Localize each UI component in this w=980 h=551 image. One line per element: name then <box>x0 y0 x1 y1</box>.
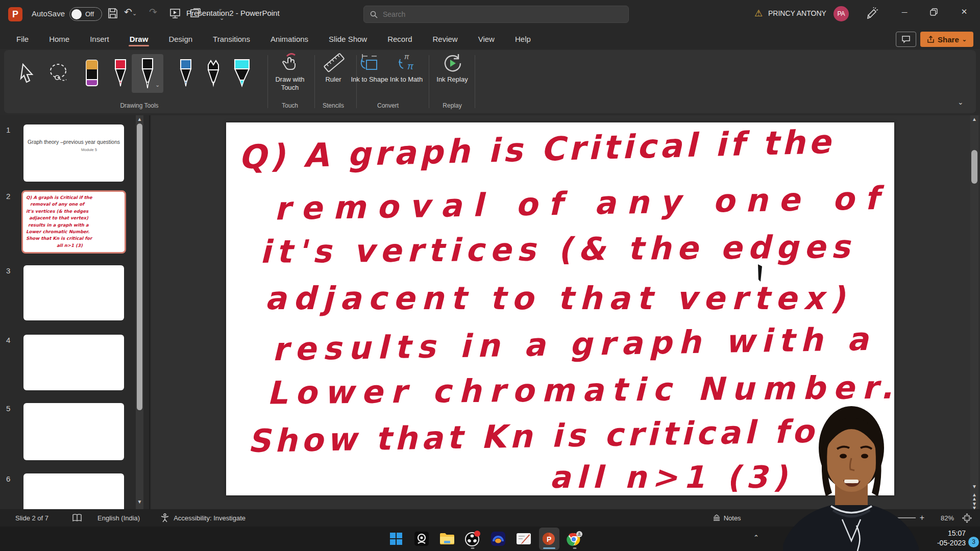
camera-app-icon[interactable] <box>411 528 432 550</box>
slide-thumbnail-3[interactable] <box>23 265 124 320</box>
search-box[interactable] <box>363 6 629 23</box>
notification-badge[interactable]: 3 <box>968 537 979 547</box>
language-label[interactable]: English (India) <box>97 514 140 522</box>
fit-slide-icon[interactable] <box>962 513 972 523</box>
tab-view[interactable]: View <box>477 31 496 47</box>
chrome-icon[interactable] <box>565 528 585 550</box>
tab-file[interactable]: File <box>15 31 30 47</box>
search-input[interactable] <box>383 10 607 18</box>
slide-thumbnail-6[interactable] <box>23 473 124 509</box>
powerpoint-app-icon[interactable]: P <box>8 7 22 21</box>
blue-pen-tool[interactable] <box>173 54 199 93</box>
redo-button[interactable]: ↷ <box>149 6 157 18</box>
slide-thumbnail-1[interactable]: Graph theory –previous year questions Mo… <box>23 124 124 182</box>
megaphone-icon[interactable] <box>866 7 879 20</box>
slide-thumbnail-2-selected[interactable]: Q) A graph is Critical if the removal of… <box>21 190 126 254</box>
spellcheck-book-icon[interactable] <box>72 514 82 522</box>
obs-studio-icon[interactable] <box>462 528 483 550</box>
tab-draw[interactable]: Draw <box>129 31 150 47</box>
slide-editing-surface[interactable]: Q) A graph is Critical if the removal of… <box>226 122 894 495</box>
zoom-slider[interactable] <box>869 514 916 521</box>
zoom-in-button[interactable]: + <box>920 513 924 522</box>
search-icon <box>370 11 378 18</box>
file-explorer-icon[interactable] <box>437 528 457 550</box>
ruler-icon <box>322 53 345 73</box>
previous-slide-button[interactable]: ▲▲ <box>970 493 978 501</box>
zoom-level[interactable]: 82% <box>941 514 954 522</box>
ink-line: removal of any one of <box>274 179 889 227</box>
comments-button[interactable] <box>896 32 916 47</box>
avatar[interactable]: PA <box>834 6 849 21</box>
ink-to-math-label: Ink to Math <box>390 76 423 84</box>
ink-to-math-button[interactable]: ππ Ink to Math <box>386 53 427 84</box>
autosave-state: Off <box>85 10 94 18</box>
eraser-tool[interactable] <box>79 54 105 93</box>
tab-help[interactable]: Help <box>514 31 532 47</box>
user-name: PRINCY ANTONY <box>768 9 826 17</box>
ink-to-shape-button[interactable]: Ink to Shape <box>349 53 390 84</box>
close-button[interactable]: ✕ <box>952 0 976 23</box>
taskbar-icons: P <box>386 527 585 551</box>
whiteboard-app-icon[interactable] <box>513 528 534 550</box>
tab-slideshow[interactable]: Slide Show <box>328 31 368 47</box>
statusbar-right: Notes + 82% <box>713 513 980 523</box>
scroll-down-icon[interactable]: ▼ <box>970 484 978 490</box>
notes-button[interactable]: Notes <box>713 514 741 522</box>
start-slideshow-icon[interactable] <box>169 8 181 19</box>
powerpoint-window: P AutoSave Off ↶⌄ ↷ ⌄ ‾⌄ Presentation2 -… <box>0 0 980 551</box>
slide-thumbnail-5[interactable] <box>23 403 124 460</box>
restore-button[interactable] <box>922 0 945 23</box>
start-button[interactable] <box>386 528 406 550</box>
tray-expand-icon[interactable]: ⌃ <box>753 534 759 541</box>
tab-animations[interactable]: Animations <box>270 31 309 47</box>
main-scrollbar[interactable]: ▲ ▼ ▲▲ ▼▼ <box>970 115 978 509</box>
minimize-button[interactable]: ─ <box>893 0 916 23</box>
scroll-up-icon[interactable]: ▲ <box>970 116 978 122</box>
slide-number: 1 <box>6 126 10 134</box>
ink-line: all n>1 (3) <box>550 459 793 495</box>
menu-bar: File Home Insert Draw Design Transitions… <box>0 29 980 49</box>
slide-number: 5 <box>6 404 10 413</box>
undo-button[interactable]: ↶⌄ <box>124 6 137 18</box>
zoom-slider-thumb[interactable] <box>875 514 878 521</box>
thumbnail-scrollbar[interactable]: ▲ ▼ <box>136 115 143 509</box>
zoom-controls: + 82% <box>869 513 980 523</box>
ink-to-shape-label: Ink to Shape <box>351 76 388 84</box>
ink-line: it's vertices (& the edges <box>260 228 855 270</box>
tab-record[interactable]: Record <box>386 31 413 47</box>
ink-line: Show that Kn is critical for <box>247 412 838 460</box>
save-icon[interactable] <box>107 7 118 19</box>
tab-home[interactable]: Home <box>48 31 70 47</box>
draw-with-touch-button[interactable]: Draw with Touch <box>268 53 312 92</box>
main-scrollbar-thumb[interactable] <box>971 150 977 184</box>
warning-icon[interactable]: ⚠ <box>754 8 763 19</box>
slide-thumbnail-4[interactable] <box>23 335 124 390</box>
thumb1-title: Graph theory –previous year questions <box>23 139 124 145</box>
ribbon-panel: ⌄ Drawing Tools Draw with Touch Touch <box>4 50 976 113</box>
collapse-ribbon-icon[interactable]: ⌄ <box>958 98 964 106</box>
lasso-select-tool[interactable] <box>46 54 72 93</box>
group-label-convert: Convert <box>349 102 427 109</box>
thumbnail-scrollbar-thumb[interactable] <box>137 123 142 410</box>
red-pen-tool[interactable] <box>107 54 134 93</box>
audio-app-icon[interactable] <box>488 528 508 550</box>
tray-clock[interactable]: 15:07 -05-2023 <box>937 529 966 548</box>
pen-options-chevron-icon[interactable]: ⌄ <box>155 82 160 88</box>
ink-replay-button[interactable]: Ink Replay <box>432 53 473 84</box>
select-tool[interactable] <box>14 54 41 93</box>
accessibility-icon <box>160 513 169 522</box>
pencil-tool[interactable] <box>200 54 227 93</box>
tab-transitions[interactable]: Transitions <box>212 31 251 47</box>
powerpoint-taskbar-icon[interactable]: P <box>539 528 559 550</box>
accessibility-status[interactable]: Accessibility: Investigate <box>174 514 246 522</box>
tab-design[interactable]: Design <box>167 31 193 47</box>
share-button[interactable]: Share ⌄ <box>920 32 973 47</box>
scroll-down-icon[interactable]: ▼ <box>136 499 143 505</box>
svg-text:π: π <box>407 61 414 71</box>
tab-insert[interactable]: Insert <box>89 31 110 47</box>
highlighter-tool[interactable] <box>229 54 255 93</box>
scroll-up-icon[interactable]: ▲ <box>136 116 143 122</box>
tab-review[interactable]: Review <box>432 31 459 47</box>
autosave-toggle[interactable]: Off <box>69 7 102 21</box>
ink-replay-label: Ink Replay <box>436 76 468 84</box>
